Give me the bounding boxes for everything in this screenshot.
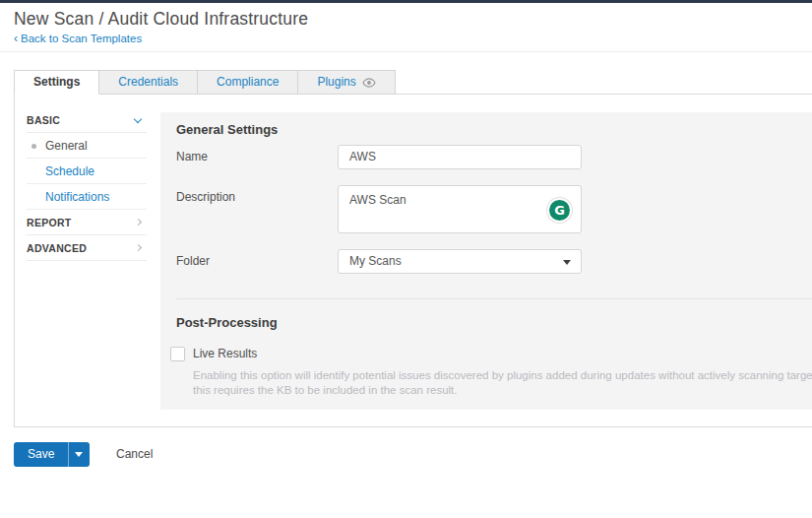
active-bullet-icon — [31, 144, 36, 149]
help-line-1: Enabling this option will identify poten… — [193, 368, 812, 383]
tab-settings[interactable]: Settings — [14, 70, 99, 95]
sidebar-section-basic[interactable]: BASIC — [27, 107, 147, 133]
section-divider — [176, 298, 812, 299]
tab-bar: Settings Credentials Compliance Plugins — [14, 70, 396, 95]
cancel-button[interactable]: Cancel — [116, 442, 153, 467]
back-to-scan-templates-link[interactable]: ‹Back to Scan Templates — [14, 32, 142, 45]
settings-panel: BASIC General Schedule Notifications REP… — [14, 94, 812, 427]
help-line-2: this requires the KB to be included in t… — [193, 383, 812, 398]
chevron-right-icon — [135, 219, 142, 226]
tab-settings-label: Settings — [33, 71, 80, 94]
tab-plugins-label: Plugins — [317, 71, 355, 94]
chevron-right-icon — [135, 244, 142, 251]
top-accent-bar — [0, 0, 812, 3]
tab-compliance[interactable]: Compliance — [198, 70, 298, 95]
back-chevron-icon: ‹ — [14, 32, 18, 45]
live-results-label: Live Results — [193, 347, 257, 360]
sidebar-section-report[interactable]: REPORT — [27, 210, 147, 235]
sidebar-item-notifications[interactable]: Notifications — [27, 184, 147, 210]
post-processing-heading: Post-Processing — [176, 315, 278, 330]
grammarly-icon[interactable]: G — [547, 198, 572, 223]
description-label: Description — [176, 190, 235, 204]
folder-dropdown[interactable]: My Scans — [338, 249, 582, 274]
live-results-checkbox[interactable] — [170, 347, 185, 361]
folder-selected-value: My Scans — [349, 254, 402, 268]
tab-credentials[interactable]: Credentials — [99, 70, 198, 95]
name-input-value: AWS — [349, 150, 376, 163]
sidebar-section-advanced-label: ADVANCED — [27, 242, 87, 254]
name-label: Name — [176, 150, 208, 163]
settings-sidebar: BASIC General Schedule Notifications REP… — [27, 107, 147, 261]
sidebar-section-report-label: REPORT — [27, 217, 72, 228]
header-divider — [0, 51, 812, 52]
sidebar-item-schedule-label: Schedule — [45, 164, 94, 178]
sidebar-item-schedule[interactable]: Schedule — [27, 159, 147, 184]
chevron-down-icon — [134, 115, 142, 123]
grammarly-glyph: G — [549, 200, 570, 221]
general-settings-form: General Settings Name AWS Description AW… — [160, 112, 812, 410]
dropdown-arrow-icon — [563, 260, 571, 265]
sidebar-item-general-label: General — [45, 139, 88, 153]
general-settings-heading: General Settings — [176, 122, 278, 137]
save-button[interactable]: Save — [14, 442, 68, 467]
page-title: New Scan / Audit Cloud Infrastructure — [14, 9, 308, 30]
back-link-label: Back to Scan Templates — [21, 32, 142, 44]
tab-credentials-label: Credentials — [118, 71, 178, 94]
live-results-help-text: Enabling this option will identify poten… — [193, 368, 812, 398]
save-dropdown-button[interactable] — [68, 442, 90, 467]
name-input[interactable]: AWS — [338, 145, 582, 169]
tab-plugins[interactable]: Plugins — [298, 70, 395, 95]
description-value: AWS Scan — [349, 193, 406, 207]
sidebar-item-notifications-label: Notifications — [45, 190, 109, 204]
sidebar-section-basic-label: BASIC — [27, 114, 60, 126]
sidebar-item-general[interactable]: General — [27, 133, 147, 159]
eye-icon — [362, 78, 376, 88]
sidebar-section-advanced[interactable]: ADVANCED — [27, 235, 147, 261]
tab-compliance-label: Compliance — [217, 71, 279, 94]
save-button-group: Save — [14, 442, 90, 467]
folder-label: Folder — [176, 254, 210, 268]
description-textarea[interactable]: AWS Scan G — [338, 185, 582, 233]
